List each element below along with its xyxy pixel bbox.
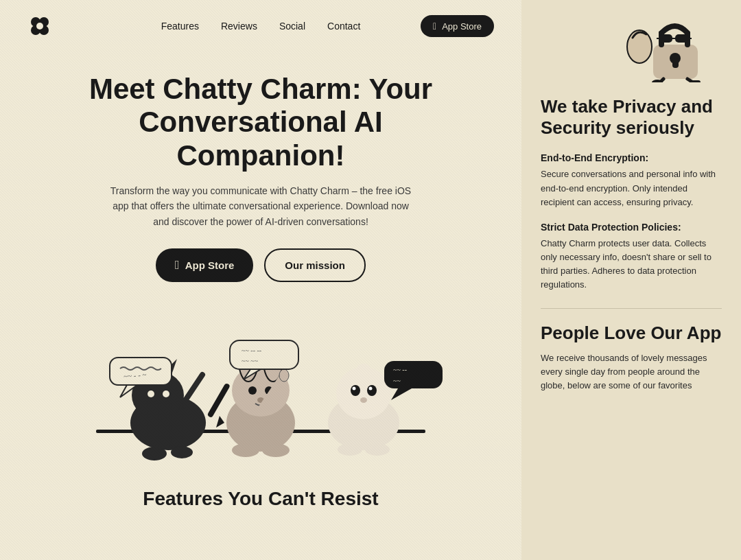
svg-point-41 <box>338 443 362 456</box>
hero-subtitle: Transform the way you communicate with C… <box>110 183 412 229</box>
svg-rect-53 <box>675 34 689 43</box>
svg-rect-43 <box>384 361 443 388</box>
svg-rect-51 <box>672 58 679 68</box>
svg-text:~~ --: ~~ -- <box>393 366 407 373</box>
privacy-title: We take Privacy and Security seriously <box>541 96 722 139</box>
privacy-item-1-title: End-to-End Encryption: <box>541 152 722 163</box>
svg-point-36 <box>351 385 360 396</box>
privacy-section: End-to-End Encryption: Secure conversati… <box>541 152 722 292</box>
svg-point-22 <box>248 386 257 395</box>
apple-logo-icon:  <box>175 258 180 272</box>
hero-illustration: ~~ - - ~ ~~ -- -- ~~ ~~ <box>0 296 521 474</box>
hero-title: Meet Chatty Charm: Your Conversational A… <box>55 73 467 172</box>
appstore-button[interactable]:  App Store <box>156 248 253 282</box>
svg-rect-61 <box>690 80 701 82</box>
nav-appstore-button[interactable]:  App Store <box>421 15 494 37</box>
svg-text:~~: ~~ <box>393 377 401 384</box>
section-divider <box>541 308 722 309</box>
svg-point-34 <box>336 367 391 419</box>
logo <box>27 14 52 38</box>
reviews-title: People Love Our App <box>541 323 722 344</box>
hero-section: Meet Chatty Charm: Your Conversational A… <box>0 52 521 282</box>
svg-point-40 <box>360 397 367 403</box>
privacy-item-2-title: Strict Data Protection Policies: <box>541 222 722 233</box>
nav-social[interactable]: Social <box>279 21 305 32</box>
svg-point-13 <box>142 447 167 460</box>
svg-text:~~ -- --: ~~ -- -- <box>242 347 261 354</box>
svg-point-35 <box>357 364 370 375</box>
mission-button[interactable]: Our mission <box>264 248 366 282</box>
svg-point-26 <box>279 369 289 382</box>
reviews-subtitle: We receive thousands of lovely messages … <box>541 351 722 393</box>
svg-point-37 <box>367 385 377 396</box>
svg-point-39 <box>369 387 373 390</box>
apple-icon:  <box>433 21 436 32</box>
svg-rect-52 <box>659 34 672 43</box>
svg-point-27 <box>232 443 259 457</box>
svg-point-10 <box>148 390 154 397</box>
svg-point-38 <box>353 387 356 390</box>
svg-marker-44 <box>391 388 412 400</box>
svg-line-12 <box>182 375 202 406</box>
svg-point-14 <box>171 446 193 458</box>
lock-illustration <box>541 14 722 82</box>
svg-point-11 <box>163 390 169 397</box>
nav-features[interactable]: Features <box>161 21 199 32</box>
svg-marker-48 <box>216 416 224 428</box>
privacy-item-1: End-to-End Encryption: Secure conversati… <box>541 152 722 209</box>
privacy-item-1-text: Secure conversations and personal info w… <box>541 167 722 209</box>
hero-buttons:  App Store Our mission <box>55 248 467 282</box>
privacy-item-2: Strict Data Protection Policies: Chatty … <box>541 222 722 292</box>
nav-contact[interactable]: Contact <box>327 21 360 32</box>
svg-text:~~ ~~: ~~ ~~ <box>242 357 259 364</box>
features-title: Features You Can't Resist <box>0 474 521 517</box>
svg-point-4 <box>36 23 43 30</box>
right-panel: We take Privacy and Security seriously E… <box>521 0 741 560</box>
svg-point-42 <box>365 443 390 456</box>
left-panel: Features Reviews Social Contact  App St… <box>0 0 521 560</box>
privacy-item-2-text: Chatty Charm protects user data. Collect… <box>541 237 722 292</box>
nav-reviews[interactable]: Reviews <box>221 21 257 32</box>
svg-rect-47 <box>207 383 231 419</box>
svg-point-57 <box>627 30 652 63</box>
navbar: Features Reviews Social Contact  App St… <box>0 0 521 52</box>
svg-point-28 <box>262 443 290 457</box>
svg-rect-29 <box>230 340 298 369</box>
nav-links: Features Reviews Social Contact <box>161 21 361 32</box>
reviews-section: People Love Our App We receive thousands… <box>541 323 722 393</box>
